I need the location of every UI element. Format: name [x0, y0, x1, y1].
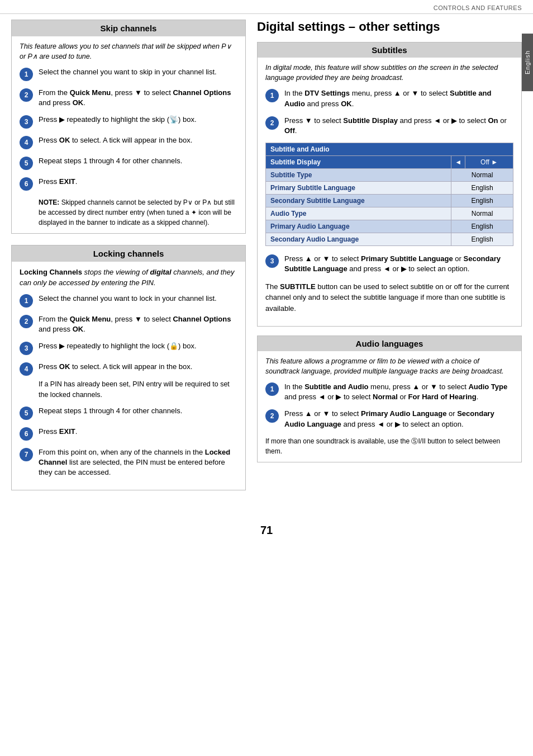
row-val-secondary-audio-lang: English: [451, 233, 513, 246]
audio-step-2-text: Press ▲ or ▼ to select Primary Audio Lan…: [284, 409, 513, 429]
table-row: Primary Subtitle Language English: [266, 182, 513, 195]
skip-step-4-text: Press OK to select. A tick will appear i…: [39, 135, 237, 145]
lock-step-1: 1 Select the channel you want to lock in…: [20, 294, 237, 308]
lock-step-3-text: Press ▶ repeatedly to highlight the lock…: [39, 341, 237, 351]
row-val-subtitle-type: Normal: [451, 169, 513, 182]
sub-step-num-2: 2: [265, 116, 279, 130]
locking-channels-section: Locking channels Locking Channels stops …: [11, 245, 246, 490]
sub-step-3: 3 Press ▲ or ▼ to select Primary Subtitl…: [265, 254, 513, 274]
audio-languages-section: Audio languages This feature allows a pr…: [257, 336, 522, 462]
lock-step-num-1: 1: [20, 294, 33, 308]
skip-channels-content: This feature allows you to set channels …: [12, 36, 245, 233]
row-label-subtitle-type: Subtitle Type: [266, 169, 451, 182]
main-content: Skip channels This feature allows you to…: [0, 14, 533, 513]
skip-step-3-text: Press ▶ repeatedly to highlight the skip…: [39, 115, 237, 125]
sub-step-num-3: 3: [265, 254, 279, 268]
table-header-cell: Subtitle and Audio: [266, 143, 513, 156]
row-val-primary-audio-lang: English: [451, 220, 513, 233]
lock-step-num-3: 3: [20, 342, 33, 355]
audio-step-2-note: If more than one soundtrack is available…: [265, 436, 513, 456]
lock-step-num-4: 4: [20, 362, 33, 376]
page: CONTROLS AND FEATURES English Skip chann…: [0, 0, 533, 756]
row-label-subtitle-display: Subtitle Display: [266, 156, 451, 169]
skip-step-1-text: Select the channel you want to skip in y…: [39, 67, 237, 77]
audio-step-num-2: 2: [265, 409, 279, 423]
table-row: Subtitle Display ◄ Off ►: [266, 156, 513, 169]
step-num-2: 2: [20, 88, 33, 102]
step-num-6: 6: [20, 177, 33, 191]
sub-step-1-text: In the DTV Settings menu, press ▲ or ▼ t…: [284, 88, 513, 108]
sub-step-num-1: 1: [265, 89, 279, 102]
subtitles-section: Subtitles In digital mode, this feature …: [257, 42, 522, 327]
page-number: 71: [0, 524, 533, 548]
lock-step-3: 3 Press ▶ repeatedly to highlight the lo…: [20, 341, 237, 355]
left-column: Skip channels This feature allows you to…: [11, 20, 246, 502]
table-header-row: Subtitle and Audio: [266, 143, 513, 156]
lock-step-4-text: Press OK to select. A tick will appear i…: [39, 362, 237, 372]
step-num-5: 5: [20, 157, 33, 170]
right-column: Digital settings – other settings Subtit…: [257, 20, 522, 502]
lock-step-num-6: 6: [20, 427, 33, 441]
row-val-primary-subtitle-lang: English: [451, 182, 513, 195]
row-label-audio-type: Audio Type: [266, 207, 451, 220]
top-bar: CONTROLS AND FEATURES: [0, 0, 533, 14]
lock-step-5-text: Repeat steps 1 through 4 for other chann…: [39, 406, 237, 416]
lock-step-num-5: 5: [20, 407, 33, 420]
audio-step-2: 2 Press ▲ or ▼ to select Primary Audio L…: [265, 409, 513, 429]
lock-step-6: 6 Press EXIT.: [20, 427, 237, 441]
skip-step-6-text: Press EXIT.: [39, 177, 237, 187]
row-label-secondary-audio-lang: Secondary Audio Language: [266, 233, 451, 246]
row-label-primary-subtitle-lang: Primary Subtitle Language: [266, 182, 451, 195]
skip-channels-title: Skip channels: [12, 20, 245, 36]
skip-step-2-text: From the Quick Menu, press ▼ to select C…: [39, 88, 237, 108]
subtitles-intro: In digital mode, this feature will show …: [265, 63, 513, 83]
skip-step-5-text: Repeat steps 1 through 4 for other chann…: [39, 156, 237, 166]
row-val-audio-type: Normal: [451, 207, 513, 220]
skip-note: NOTE: Skipped channels cannot be selecte…: [20, 197, 237, 228]
lock-step-2-text: From the Quick Menu, press ▼ to select C…: [39, 314, 237, 334]
skip-channels-intro: This feature allows you to set channels …: [20, 42, 237, 62]
table-row: Primary Audio Language English: [266, 220, 513, 233]
table-row: Subtitle Type Normal: [266, 169, 513, 182]
audio-step-num-1: 1: [265, 382, 279, 396]
sub-step-2: 2 Press ▼ to select Subtitle Display and…: [265, 116, 513, 136]
lock-step-5: 5 Repeat steps 1 through 4 for other cha…: [20, 406, 237, 420]
skip-step-4: 4 Press OK to select. A tick will appear…: [20, 135, 237, 149]
lock-step-num-7: 7: [20, 448, 33, 461]
lock-step-2: 2 From the Quick Menu, press ▼ to select…: [20, 314, 237, 334]
header-title: CONTROLS AND FEATURES: [434, 4, 522, 11]
row-val-subtitle-display: Off ►: [465, 156, 513, 169]
subtitles-content: In digital mode, this feature will show …: [258, 58, 521, 326]
skip-step-2: 2 From the Quick Menu, press ▼ to select…: [20, 88, 237, 108]
audio-step-1: 1 In the Subtitle and Audio menu, press …: [265, 382, 513, 402]
subtitles-title: Subtitles: [258, 42, 521, 58]
locking-intro: Locking Channels stops the viewing of di…: [20, 267, 237, 287]
skip-channels-section: Skip channels This feature allows you to…: [11, 20, 246, 234]
locking-channels-content: Locking Channels stops the viewing of di…: [12, 262, 245, 490]
step-num-3: 3: [20, 115, 33, 129]
audio-languages-intro: This feature allows a programme or film …: [265, 357, 513, 376]
audio-step-1-text: In the Subtitle and Audio menu, press ▲ …: [284, 382, 513, 402]
table-row: Secondary Subtitle Language English: [266, 195, 513, 207]
skip-step-3: 3 Press ▶ repeatedly to highlight the sk…: [20, 115, 237, 129]
sub-step-2-text: Press ▼ to select Subtitle Display and p…: [284, 116, 513, 136]
locking-channels-title: Locking channels: [12, 245, 245, 262]
table-row: Secondary Audio Language English: [266, 233, 513, 246]
audio-languages-content: This feature allows a programme or film …: [258, 351, 521, 462]
lock-step-7: 7 From this point on, when any of the ch…: [20, 447, 237, 478]
skip-step-1: 1 Select the channel you want to skip in…: [20, 67, 237, 81]
row-label-primary-audio-lang: Primary Audio Language: [266, 220, 451, 233]
side-tab: English: [522, 34, 533, 91]
skip-step-5: 5 Repeat steps 1 through 4 for other cha…: [20, 156, 237, 170]
lock-step-4: 4 Press OK to select. A tick will appear…: [20, 362, 237, 376]
main-section-title: Digital settings – other settings: [257, 20, 522, 34]
lock-step-1-text: Select the channel you want to lock in y…: [39, 294, 237, 304]
lock-step-6-text: Press EXIT.: [39, 427, 237, 437]
step-num-1: 1: [20, 68, 33, 81]
sub-step-1: 1 In the DTV Settings menu, press ▲ or ▼…: [265, 88, 513, 108]
lock-step-num-2: 2: [20, 315, 33, 328]
audio-languages-title: Audio languages: [258, 336, 521, 351]
table-row: Audio Type Normal: [266, 207, 513, 220]
row-label-secondary-subtitle-lang: Secondary Subtitle Language: [266, 195, 451, 207]
row-val-secondary-subtitle-lang: English: [451, 195, 513, 207]
